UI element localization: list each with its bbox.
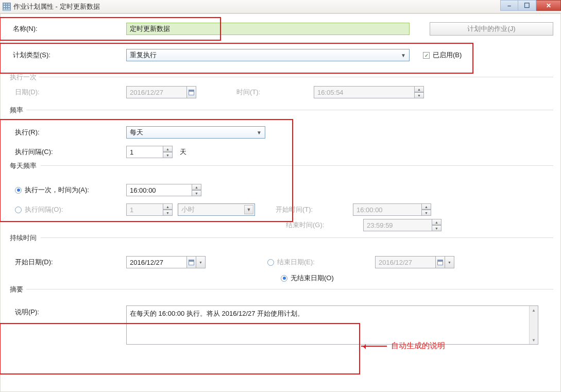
spinner-up-icon[interactable]: ▲ xyxy=(163,146,173,152)
exec-once-time-label: 时间(T): xyxy=(236,88,314,97)
daily-interval-label: 执行间隔(O): xyxy=(25,205,63,214)
daily-once-label: 执行一次，时间为(A): xyxy=(25,185,89,195)
daily-end-spinner: 23:59:59 ▲▼ xyxy=(363,219,441,231)
spinner-down-icon: ▼ xyxy=(415,92,424,98)
daily-interval-radio[interactable]: 执行间隔(O): xyxy=(15,205,63,214)
chevron-down-icon[interactable]: ▼ xyxy=(196,256,206,268)
daily-interval-value: 1 xyxy=(130,206,133,214)
interval-unit: 天 xyxy=(180,147,186,157)
daily-once-value: 16:00:00 xyxy=(130,186,156,194)
scheduled-job-button[interactable]: 计划中的作业(J) xyxy=(430,22,553,36)
start-date-value: 2016/12/27 xyxy=(130,259,163,266)
exec-dropdown[interactable]: 每天 ▼ xyxy=(126,126,265,139)
exec-label: 执行(R): xyxy=(8,128,126,137)
plan-type-dropdown[interactable]: 重复执行 ▼ xyxy=(126,49,410,61)
enabled-label: 已启用(B) xyxy=(433,50,462,60)
title-bar: 作业计划属性 - 定时更新数据 – ☐ ✕ xyxy=(0,0,561,13)
daily-once-time-spinner[interactable]: 16:00:00 ▲▼ xyxy=(126,184,201,196)
client-area: 名称(N): 定时更新数据 计划中的作业(J) 计划类型(S): 重复执行 ▼ … xyxy=(0,13,561,392)
chevron-down-icon: ▼ xyxy=(244,205,253,214)
spinner-down-icon: ▼ xyxy=(163,210,173,216)
close-button[interactable]: ✕ xyxy=(536,0,561,11)
start-date-label: 开始日期(D): xyxy=(8,258,126,267)
end-date-radio[interactable]: 结束日期(E): xyxy=(267,258,375,267)
start-date-picker[interactable]: 2016/12/27 ▼ xyxy=(126,256,206,268)
maximize-button[interactable]: ☐ xyxy=(518,0,536,11)
no-end-date-radio[interactable]: 无结束日期(O) xyxy=(281,274,334,283)
end-date-picker: 2016/12/27 ▼ xyxy=(375,256,454,268)
plan-type-label: 计划类型(S): xyxy=(8,50,126,60)
name-label: 名称(N): xyxy=(8,24,126,33)
minimize-button[interactable]: – xyxy=(500,0,518,11)
duration-legend: 持续时间 xyxy=(8,233,39,243)
annotation: 自动生成的说明 xyxy=(361,341,445,351)
daily-start-value: 16:00:00 xyxy=(356,206,383,214)
scrollbar[interactable]: ▲ ▼ xyxy=(529,306,538,344)
daily-once-radio[interactable]: 执行一次，时间为(A): xyxy=(15,185,89,195)
spinner-down-icon[interactable]: ▼ xyxy=(192,190,201,196)
arrow-left-icon xyxy=(361,346,387,347)
summary-legend: 摘要 xyxy=(8,285,25,294)
calendar-icon xyxy=(187,86,196,98)
daily-start-label: 开始时间(T): xyxy=(276,205,353,214)
no-end-date-label: 无结束日期(O) xyxy=(291,274,334,283)
spinner-up-icon: ▲ xyxy=(432,219,441,225)
daily-interval-spinner: 1 ▲▼ xyxy=(126,203,173,216)
summary-desc-value: 在每天的 16:00:00 执行。将从 2016/12/27 开始使用计划。 xyxy=(130,310,304,317)
spinner-down-icon[interactable]: ▼ xyxy=(163,152,173,158)
window-title: 作业计划属性 - 定时更新数据 xyxy=(13,2,100,11)
check-icon: ✓ xyxy=(423,52,430,59)
end-date-value: 2016/12/27 xyxy=(379,259,412,266)
exec-once-date-value: 2016/12/27 xyxy=(130,89,163,96)
exec-once-date-picker: 2016/12/27 xyxy=(126,86,206,98)
exec-once-time-value: 16:05:54 xyxy=(317,89,344,96)
calendar-icon[interactable] xyxy=(187,256,196,268)
interval-value: 1 xyxy=(130,148,133,156)
scroll-down-icon[interactable]: ▼ xyxy=(532,336,536,344)
radio-dot-icon xyxy=(17,189,20,192)
app-grid-icon xyxy=(3,3,11,11)
spinner-up-icon[interactable]: ▲ xyxy=(192,184,201,190)
exec-once-legend: 执行一次 xyxy=(8,73,39,82)
daily-end-value: 23:59:59 xyxy=(367,221,393,229)
daily-start-spinner: 16:00:00 ▲▼ xyxy=(353,203,431,216)
interval-spinner[interactable]: 1 ▲▼ xyxy=(126,146,173,158)
exec-value: 每天 xyxy=(130,128,143,137)
chevron-down-icon: ▼ xyxy=(257,130,262,135)
spinner-down-icon: ▼ xyxy=(422,210,431,216)
daily-legend: 每天频率 xyxy=(8,161,39,171)
name-input[interactable]: 定时更新数据 xyxy=(126,23,410,35)
calendar-icon xyxy=(436,256,445,268)
enabled-checkbox[interactable]: ✓ 已启用(B) xyxy=(423,50,462,60)
chevron-down-icon: ▼ xyxy=(401,53,406,58)
plan-type-value: 重复执行 xyxy=(130,50,157,60)
daily-interval-unit-dropdown: 小时 ▼ xyxy=(178,203,255,216)
frequency-legend: 频率 xyxy=(8,106,25,115)
radio-dot-icon xyxy=(283,277,286,280)
daily-end-label: 结束时间(G): xyxy=(286,220,363,230)
spinner-up-icon: ▲ xyxy=(163,203,173,210)
exec-once-time-spinner: 16:05:54 ▲▼ xyxy=(314,86,424,98)
end-date-label: 结束日期(E): xyxy=(277,258,375,267)
spinner-up-icon: ▲ xyxy=(415,86,424,92)
name-value: 定时更新数据 xyxy=(130,24,170,33)
scroll-up-icon[interactable]: ▲ xyxy=(532,306,536,314)
spinner-up-icon: ▲ xyxy=(422,203,431,210)
window-buttons: – ☐ ✕ xyxy=(500,0,561,11)
daily-interval-unit: 小时 xyxy=(181,205,195,214)
summary-textarea[interactable]: 在每天的 16:00:00 执行。将从 2016/12/27 开始使用计划。 ▲… xyxy=(126,305,538,345)
interval-label: 执行间隔(C): xyxy=(8,147,126,157)
spinner-down-icon: ▼ xyxy=(432,225,441,231)
exec-once-date-label: 日期(D): xyxy=(8,88,126,97)
chevron-down-icon: ▼ xyxy=(445,256,454,268)
summary-desc-label: 说明(P): xyxy=(8,305,126,317)
annotation-text: 自动生成的说明 xyxy=(391,341,445,351)
